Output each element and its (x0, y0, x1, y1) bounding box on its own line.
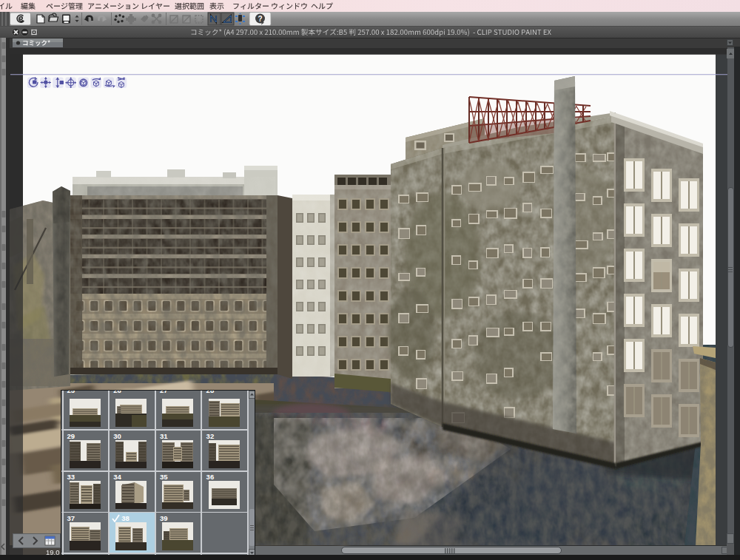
svg-text:?: ? (258, 15, 262, 23)
